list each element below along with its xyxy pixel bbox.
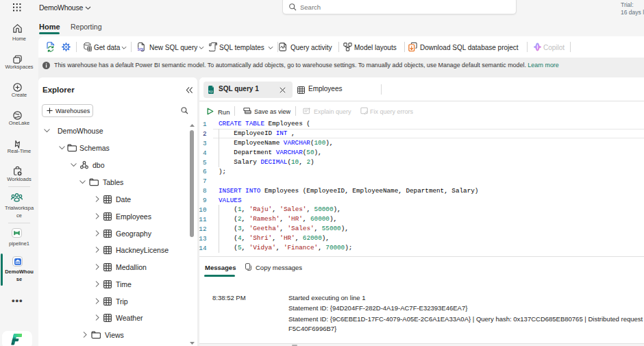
svg-text:SQL: SQL <box>138 49 145 52</box>
svg-text:SQL: SQL <box>208 90 213 93</box>
